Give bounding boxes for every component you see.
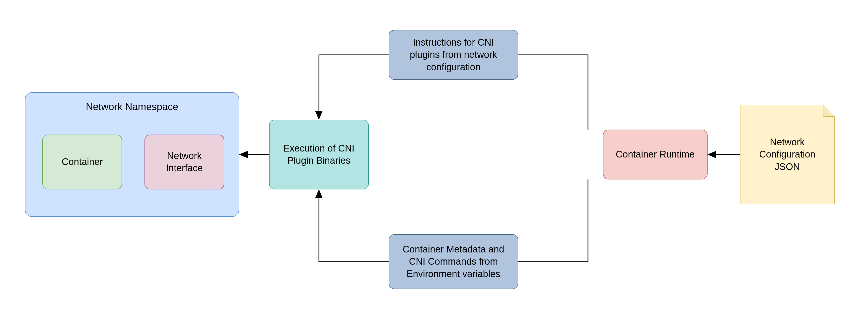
instructions-label: Instructions for CNI plugins from networ…	[410, 36, 497, 73]
container-node: Container	[42, 135, 122, 190]
execution-node: Execution of CNI Plugin Binaries	[269, 120, 369, 190]
container-runtime-node: Container Runtime	[603, 129, 708, 179]
cni-architecture-diagram: Network Namespace Container Network Inte…	[0, 0, 868, 320]
metadata-node: Container Metadata and CNI Commands from…	[389, 234, 518, 289]
runtime-label: Container Runtime	[616, 148, 695, 161]
network-interface-node: Network Interface	[145, 135, 224, 190]
json-note-label: Network Configuration JSON	[759, 136, 815, 173]
container-label: Container	[62, 156, 103, 168]
instructions-node: Instructions for CNI plugins from networ…	[389, 30, 518, 80]
namespace-title: Network Namespace	[86, 100, 178, 113]
network-interface-label: Network Interface	[166, 150, 203, 174]
network-config-json-note: Network Configuration JSON	[740, 105, 835, 204]
metadata-label: Container Metadata and CNI Commands from…	[403, 243, 504, 280]
execution-label: Execution of CNI Plugin Binaries	[283, 142, 354, 167]
